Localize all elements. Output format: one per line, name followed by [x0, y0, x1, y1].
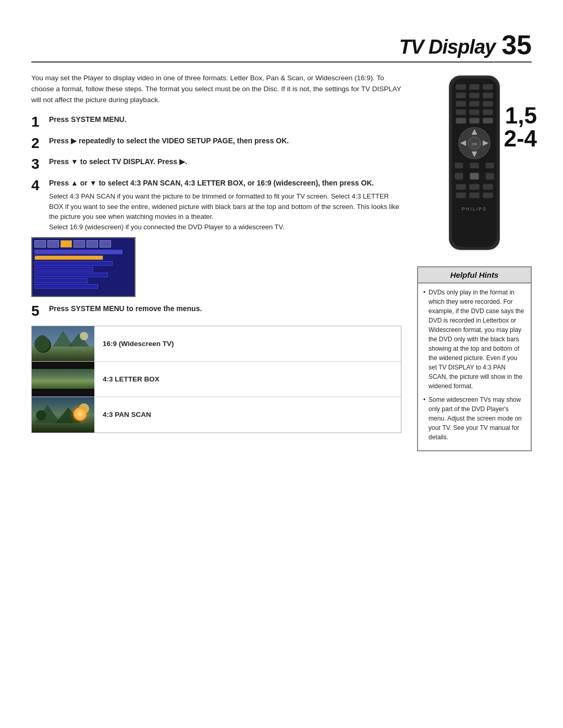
- step-5-number: 5: [31, 303, 46, 319]
- step-3-title: Press ▼ to select TV DISPLAY. Press ▶.: [49, 157, 187, 166]
- step-5-content: Press SYSTEM MENU to remove the menus.: [49, 303, 202, 315]
- svg-rect-48: [470, 173, 479, 180]
- menu-icon-3: [60, 240, 72, 248]
- display-label-widescreen: 16:9 (Widescreen TV): [94, 340, 174, 348]
- svg-rect-21: [456, 84, 466, 90]
- step-1-content: Press SYSTEM MENU.: [49, 114, 127, 126]
- menu-icon-1: [34, 240, 46, 248]
- svg-rect-35: [483, 118, 493, 124]
- menu-icon-5: [87, 240, 98, 248]
- thumb-panscan: [32, 397, 94, 433]
- step-4-title: Press ▲ or ▼ to select 4:3 PAN SCAN, 4:3…: [49, 179, 374, 187]
- step-1-title: Press SYSTEM MENU.: [49, 115, 127, 124]
- step-badge-area: 1,5 2-4: [504, 104, 537, 150]
- thumb-letterbox: [32, 362, 94, 397]
- helpful-hints-box: Helpful Hints DVDs only play in the form…: [417, 266, 532, 451]
- svg-rect-51: [469, 184, 479, 190]
- display-label-letterbox: 4:3 LETTER BOX: [94, 375, 160, 383]
- helpful-hint-item-2: Some widescreen TVs may show only part o…: [423, 395, 525, 442]
- menu-row-4: [34, 267, 93, 272]
- svg-rect-28: [469, 101, 479, 107]
- step-2-number: 2: [31, 135, 46, 152]
- svg-rect-31: [469, 109, 479, 115]
- page-title: TV Display: [399, 36, 495, 58]
- svg-rect-50: [456, 184, 466, 190]
- step-2-content: Press ▶ repeatedly to select the VIDEO S…: [49, 135, 289, 147]
- svg-rect-52: [483, 184, 493, 190]
- step-badge-line2: 2-4: [504, 127, 537, 150]
- menu-row-1: [34, 250, 123, 254]
- step-3-content: Press ▼ to select TV DISPLAY. Press ▶.: [49, 156, 187, 168]
- svg-rect-7: [32, 368, 94, 389]
- svg-rect-1: [32, 346, 94, 361]
- step-4-content: Press ▲ or ▼ to select 4:3 PAN SCAN, 4:3…: [49, 178, 401, 232]
- helpful-hints-list: DVDs only play in the format in which th…: [423, 288, 525, 442]
- thumb-widescreen: [32, 326, 94, 362]
- svg-rect-22: [469, 84, 479, 90]
- right-column: OK PHILIP: [417, 73, 532, 451]
- svg-rect-45: [470, 163, 479, 168]
- step-4-number: 4: [31, 178, 46, 194]
- svg-rect-46: [486, 163, 494, 168]
- step-1-number: 1: [31, 114, 46, 130]
- menu-screenshot: [31, 237, 136, 297]
- svg-point-17: [79, 403, 89, 414]
- svg-point-5: [80, 332, 88, 340]
- svg-point-18: [38, 412, 45, 419]
- page-container: TV Display 35 You may set the Player to …: [0, 0, 563, 728]
- step-4: 4 Press ▲ or ▼ to select 4:3 PAN SCAN, 4…: [31, 178, 401, 232]
- step-2-title: Press ▶ repeatedly to select the VIDEO S…: [49, 137, 289, 145]
- remote-control-image: OK PHILIP: [438, 73, 511, 253]
- svg-text:PHILIPS: PHILIPS: [462, 206, 487, 212]
- step-badge-line1: 1,5: [504, 104, 537, 127]
- step-3-number: 3: [31, 156, 46, 172]
- svg-point-13: [36, 374, 43, 381]
- step-5-title: Press SYSTEM MENU to remove the menus.: [49, 304, 202, 313]
- display-mode-panscan: 4:3 PAN SCAN: [32, 397, 401, 433]
- svg-marker-12: [63, 373, 84, 385]
- helpful-hints-body: DVDs only play in the format in which th…: [418, 283, 531, 450]
- menu-row-7: [34, 284, 98, 289]
- display-modes-table: 16:9 (Widescreen TV): [31, 326, 401, 433]
- helpful-hints-title: Helpful Hints: [418, 267, 531, 283]
- display-mode-letterbox: 4:3 LETTER BOX: [32, 362, 401, 397]
- menu-top-bar: [34, 240, 132, 248]
- svg-point-2: [37, 335, 47, 346]
- menu-row-3: [34, 261, 113, 266]
- svg-rect-9: [32, 368, 94, 371]
- svg-rect-33: [456, 118, 466, 124]
- svg-rect-23: [483, 84, 493, 90]
- menu-icon-6: [100, 240, 111, 248]
- display-label-panscan: 4:3 PAN SCAN: [94, 411, 151, 418]
- remote-area: OK PHILIP: [417, 73, 532, 253]
- svg-rect-25: [469, 93, 479, 98]
- display-mode-widescreen: 16:9 (Widescreen TV): [32, 326, 401, 362]
- svg-text:OK: OK: [472, 142, 478, 146]
- svg-rect-49: [486, 173, 494, 180]
- svg-rect-34: [469, 118, 479, 124]
- menu-row-6: [34, 278, 88, 283]
- svg-rect-27: [456, 101, 466, 107]
- menu-row-5: [34, 273, 108, 277]
- menu-icon-2: [47, 240, 59, 248]
- page-number: 35: [501, 31, 532, 58]
- svg-rect-44: [455, 163, 463, 168]
- svg-rect-55: [483, 192, 493, 198]
- step-4-detail: Select 4:3 PAN SCAN if you want the pict…: [49, 191, 401, 232]
- svg-rect-47: [455, 173, 463, 180]
- menu-row-2: [34, 255, 103, 260]
- step-1: 1 Press SYSTEM MENU.: [31, 114, 401, 130]
- svg-rect-32: [483, 109, 493, 115]
- svg-rect-10: [32, 387, 94, 389]
- menu-icon-4: [74, 240, 85, 248]
- svg-rect-54: [469, 192, 479, 198]
- step-3: 3 Press ▼ to select TV DISPLAY. Press ▶.: [31, 156, 401, 172]
- svg-rect-26: [483, 93, 493, 98]
- step-2: 2 Press ▶ repeatedly to select the VIDEO…: [31, 135, 401, 152]
- svg-rect-24: [456, 93, 466, 98]
- svg-rect-30: [456, 109, 466, 115]
- svg-rect-29: [483, 101, 493, 107]
- step-5: 5 Press SYSTEM MENU to remove the menus.: [31, 303, 401, 319]
- page-header: TV Display 35: [31, 31, 532, 63]
- svg-rect-53: [456, 192, 466, 198]
